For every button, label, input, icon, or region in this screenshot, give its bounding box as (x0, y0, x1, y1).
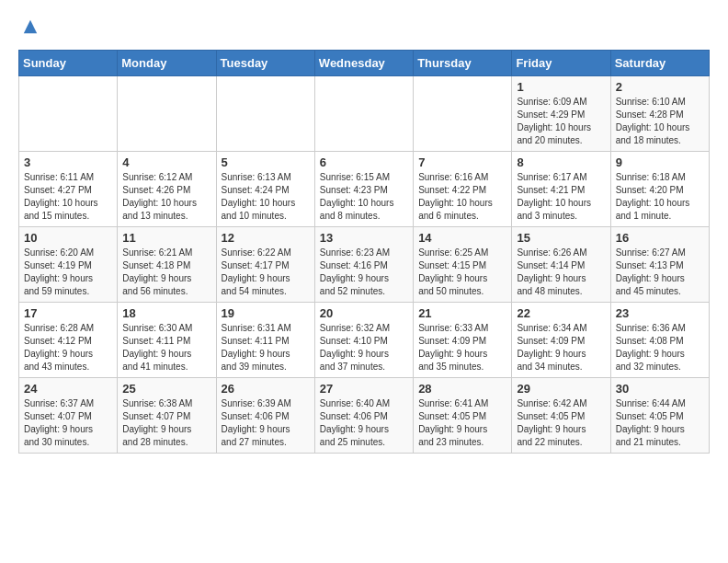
cell-info: Sunrise: 6:10 AM Sunset: 4:28 PM Dayligh… (616, 96, 704, 147)
calendar-cell: 23Sunrise: 6:36 AM Sunset: 4:08 PM Dayli… (610, 303, 709, 378)
calendar-cell: 1Sunrise: 6:09 AM Sunset: 4:29 PM Daylig… (512, 76, 610, 152)
weekday-header-sunday: Sunday (19, 51, 118, 76)
cell-info: Sunrise: 6:18 AM Sunset: 4:20 PM Dayligh… (616, 171, 704, 223)
day-number: 12 (222, 231, 310, 245)
cell-info: Sunrise: 6:31 AM Sunset: 4:11 PM Dayligh… (222, 322, 310, 373)
logo (18, 18, 40, 35)
logo-area (18, 18, 40, 35)
calendar-cell: 14Sunrise: 6:25 AM Sunset: 4:15 PM Dayli… (414, 227, 512, 303)
header (18, 18, 710, 35)
day-number: 21 (418, 306, 506, 320)
weekday-header-thursday: Thursday (414, 51, 512, 76)
calendar-cell: 10Sunrise: 6:20 AM Sunset: 4:19 PM Dayli… (19, 227, 118, 303)
svg-marker-0 (24, 20, 37, 33)
day-number: 9 (616, 155, 704, 169)
weekday-header-saturday: Saturday (610, 51, 709, 76)
cell-info: Sunrise: 6:30 AM Sunset: 4:11 PM Dayligh… (122, 322, 210, 373)
calendar-cell: 8Sunrise: 6:17 AM Sunset: 4:21 PM Daylig… (512, 152, 610, 227)
day-number: 23 (616, 306, 704, 320)
day-number: 25 (122, 382, 210, 396)
day-number: 2 (616, 80, 704, 94)
calendar-cell: 19Sunrise: 6:31 AM Sunset: 4:11 PM Dayli… (216, 303, 314, 378)
day-number: 30 (616, 382, 704, 396)
calendar-cell: 22Sunrise: 6:34 AM Sunset: 4:09 PM Dayli… (512, 303, 610, 378)
calendar-cell: 27Sunrise: 6:40 AM Sunset: 4:06 PM Dayli… (314, 378, 413, 454)
calendar-cell: 3Sunrise: 6:11 AM Sunset: 4:27 PM Daylig… (19, 152, 118, 227)
calendar-cell (216, 76, 314, 152)
day-number: 22 (517, 306, 605, 320)
calendar-cell: 11Sunrise: 6:21 AM Sunset: 4:18 PM Dayli… (118, 227, 216, 303)
cell-info: Sunrise: 6:16 AM Sunset: 4:22 PM Dayligh… (418, 171, 506, 223)
week-row-4: 17Sunrise: 6:28 AM Sunset: 4:12 PM Dayli… (19, 303, 710, 378)
cell-info: Sunrise: 6:12 AM Sunset: 4:26 PM Dayligh… (122, 171, 210, 223)
cell-info: Sunrise: 6:34 AM Sunset: 4:09 PM Dayligh… (517, 322, 605, 373)
day-number: 11 (122, 231, 210, 245)
calendar-cell (314, 76, 413, 152)
calendar-cell: 5Sunrise: 6:13 AM Sunset: 4:24 PM Daylig… (216, 152, 314, 227)
cell-info: Sunrise: 6:36 AM Sunset: 4:08 PM Dayligh… (616, 322, 704, 373)
day-number: 5 (222, 155, 310, 169)
calendar-body: 1Sunrise: 6:09 AM Sunset: 4:29 PM Daylig… (19, 76, 710, 454)
day-number: 6 (320, 155, 408, 169)
calendar-cell: 29Sunrise: 6:42 AM Sunset: 4:05 PM Dayli… (512, 378, 610, 454)
week-row-1: 1Sunrise: 6:09 AM Sunset: 4:29 PM Daylig… (19, 76, 710, 152)
cell-info: Sunrise: 6:23 AM Sunset: 4:16 PM Dayligh… (320, 247, 408, 298)
cell-info: Sunrise: 6:33 AM Sunset: 4:09 PM Dayligh… (418, 322, 506, 373)
week-row-3: 10Sunrise: 6:20 AM Sunset: 4:19 PM Dayli… (19, 227, 710, 303)
calendar-cell: 18Sunrise: 6:30 AM Sunset: 4:11 PM Dayli… (118, 303, 216, 378)
calendar-cell: 7Sunrise: 6:16 AM Sunset: 4:22 PM Daylig… (414, 152, 512, 227)
calendar-cell: 21Sunrise: 6:33 AM Sunset: 4:09 PM Dayli… (414, 303, 512, 378)
cell-info: Sunrise: 6:28 AM Sunset: 4:12 PM Dayligh… (24, 322, 112, 373)
calendar-cell: 15Sunrise: 6:26 AM Sunset: 4:14 PM Dayli… (512, 227, 610, 303)
calendar-cell: 28Sunrise: 6:41 AM Sunset: 4:05 PM Dayli… (414, 378, 512, 454)
day-number: 28 (418, 382, 506, 396)
calendar-cell: 4Sunrise: 6:12 AM Sunset: 4:26 PM Daylig… (118, 152, 216, 227)
cell-info: Sunrise: 6:15 AM Sunset: 4:23 PM Dayligh… (320, 171, 408, 223)
cell-info: Sunrise: 6:11 AM Sunset: 4:27 PM Dayligh… (24, 171, 112, 223)
week-row-5: 24Sunrise: 6:37 AM Sunset: 4:07 PM Dayli… (19, 378, 710, 454)
calendar-cell: 6Sunrise: 6:15 AM Sunset: 4:23 PM Daylig… (314, 152, 413, 227)
calendar-cell: 2Sunrise: 6:10 AM Sunset: 4:28 PM Daylig… (610, 76, 709, 152)
day-number: 26 (222, 382, 310, 396)
page: SundayMondayTuesdayWednesdayThursdayFrid… (0, 0, 728, 463)
calendar-cell: 13Sunrise: 6:23 AM Sunset: 4:16 PM Dayli… (314, 227, 413, 303)
cell-info: Sunrise: 6:26 AM Sunset: 4:14 PM Dayligh… (517, 247, 605, 298)
cell-info: Sunrise: 6:27 AM Sunset: 4:13 PM Dayligh… (616, 247, 704, 298)
day-number: 10 (24, 231, 112, 245)
weekday-header-wednesday: Wednesday (314, 51, 413, 76)
weekday-row: SundayMondayTuesdayWednesdayThursdayFrid… (19, 51, 710, 76)
calendar-cell: 26Sunrise: 6:39 AM Sunset: 4:06 PM Dayli… (216, 378, 314, 454)
calendar-cell: 25Sunrise: 6:38 AM Sunset: 4:07 PM Dayli… (118, 378, 216, 454)
day-number: 3 (24, 155, 112, 169)
cell-info: Sunrise: 6:13 AM Sunset: 4:24 PM Dayligh… (222, 171, 310, 223)
logo-icon (22, 18, 39, 35)
cell-info: Sunrise: 6:22 AM Sunset: 4:17 PM Dayligh… (222, 247, 310, 298)
calendar-cell: 24Sunrise: 6:37 AM Sunset: 4:07 PM Dayli… (19, 378, 118, 454)
cell-info: Sunrise: 6:09 AM Sunset: 4:29 PM Dayligh… (517, 96, 605, 147)
calendar-cell: 16Sunrise: 6:27 AM Sunset: 4:13 PM Dayli… (610, 227, 709, 303)
day-number: 24 (24, 382, 112, 396)
calendar-cell: 9Sunrise: 6:18 AM Sunset: 4:20 PM Daylig… (610, 152, 709, 227)
day-number: 7 (418, 155, 506, 169)
weekday-header-tuesday: Tuesday (216, 51, 314, 76)
day-number: 20 (320, 306, 408, 320)
cell-info: Sunrise: 6:39 AM Sunset: 4:06 PM Dayligh… (222, 397, 310, 449)
day-number: 16 (616, 231, 704, 245)
day-number: 1 (517, 80, 605, 94)
calendar-cell: 12Sunrise: 6:22 AM Sunset: 4:17 PM Dayli… (216, 227, 314, 303)
cell-info: Sunrise: 6:38 AM Sunset: 4:07 PM Dayligh… (122, 397, 210, 449)
cell-info: Sunrise: 6:42 AM Sunset: 4:05 PM Dayligh… (517, 397, 605, 449)
calendar-table: SundayMondayTuesdayWednesdayThursdayFrid… (18, 50, 710, 454)
day-number: 18 (122, 306, 210, 320)
cell-info: Sunrise: 6:20 AM Sunset: 4:19 PM Dayligh… (24, 247, 112, 298)
day-number: 15 (517, 231, 605, 245)
day-number: 14 (418, 231, 506, 245)
day-number: 19 (222, 306, 310, 320)
cell-info: Sunrise: 6:41 AM Sunset: 4:05 PM Dayligh… (418, 397, 506, 449)
calendar-cell: 30Sunrise: 6:44 AM Sunset: 4:05 PM Dayli… (610, 378, 709, 454)
cell-info: Sunrise: 6:25 AM Sunset: 4:15 PM Dayligh… (418, 247, 506, 298)
weekday-header-monday: Monday (118, 51, 216, 76)
day-number: 17 (24, 306, 112, 320)
cell-info: Sunrise: 6:37 AM Sunset: 4:07 PM Dayligh… (24, 397, 112, 449)
calendar-header: SundayMondayTuesdayWednesdayThursdayFrid… (19, 51, 710, 76)
